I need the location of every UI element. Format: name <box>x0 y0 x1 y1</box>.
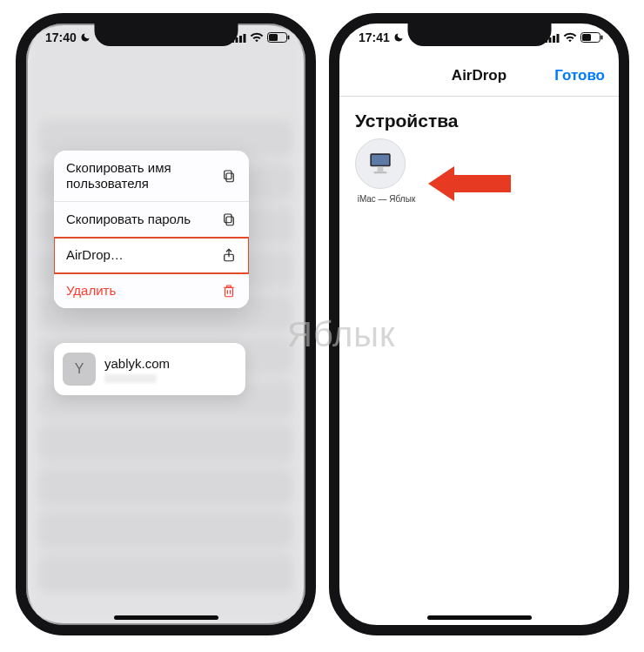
battery-icon <box>267 32 290 43</box>
svg-rect-9 <box>226 217 233 225</box>
notch <box>407 22 551 46</box>
password-preview-card[interactable]: Y yablyk.com <box>54 343 245 395</box>
svg-rect-5 <box>269 34 278 41</box>
nav-title: AirDrop <box>452 67 506 84</box>
annotation-arrow-icon <box>428 161 511 206</box>
svg-rect-10 <box>225 214 231 223</box>
svg-rect-6 <box>288 36 290 40</box>
menu-copy-password[interactable]: Скопировать пароль <box>54 202 249 238</box>
section-header-devices: Устройства <box>339 97 619 138</box>
svg-rect-23 <box>374 171 387 173</box>
status-time: 17:41 <box>359 30 390 44</box>
svg-rect-12 <box>225 287 233 297</box>
svg-rect-19 <box>601 36 603 40</box>
svg-rect-15 <box>553 36 555 43</box>
battery-icon <box>580 32 603 43</box>
notch <box>94 22 238 46</box>
svg-marker-24 <box>428 166 511 201</box>
do-not-disturb-icon <box>80 32 91 43</box>
context-menu: Скопировать имя пользователя Скопировать… <box>54 151 249 308</box>
site-title: yablyk.com <box>104 356 170 371</box>
screen: Скопировать имя пользователя Скопировать… <box>26 24 305 625</box>
status-time: 17:40 <box>45 30 77 44</box>
svg-rect-2 <box>239 36 242 43</box>
menu-delete[interactable]: Удалить <box>54 273 249 308</box>
svg-rect-22 <box>378 166 384 171</box>
site-favicon: Y <box>63 353 96 386</box>
svg-rect-7 <box>226 173 233 182</box>
svg-rect-3 <box>244 34 246 43</box>
home-indicator[interactable] <box>114 615 218 620</box>
device-label: iMac — Яблык <box>355 194 418 205</box>
menu-item-label: Удалить <box>66 283 221 299</box>
phone-frame-left: 17:40 <box>16 13 316 635</box>
menu-item-label: Скопировать имя пользователя <box>66 160 221 192</box>
wifi-icon <box>250 32 264 43</box>
svg-rect-8 <box>225 171 231 179</box>
menu-copy-username[interactable]: Скопировать имя пользователя <box>54 151 249 202</box>
svg-rect-16 <box>557 34 560 43</box>
airdrop-device[interactable]: iMac — Яблык <box>355 138 418 205</box>
svg-rect-21 <box>372 155 389 165</box>
trash-icon <box>221 283 237 299</box>
wifi-icon <box>563 32 577 43</box>
nav-bar: AirDrop Готово <box>339 55 619 97</box>
svg-rect-1 <box>236 37 238 43</box>
menu-airdrop[interactable]: AirDrop… <box>54 238 249 273</box>
svg-rect-18 <box>582 34 591 41</box>
svg-rect-14 <box>549 37 552 43</box>
copy-icon <box>221 168 237 184</box>
menu-item-label: Скопировать пароль <box>66 212 221 227</box>
home-indicator[interactable] <box>427 615 532 620</box>
copy-icon <box>221 212 237 227</box>
share-icon <box>221 247 237 263</box>
do-not-disturb-icon <box>393 32 404 43</box>
done-button[interactable]: Готово <box>554 67 605 84</box>
watermark-text: Яблык <box>287 315 396 354</box>
menu-item-label: AirDrop… <box>66 247 221 263</box>
site-subtitle-redacted <box>104 374 157 383</box>
device-avatar <box>355 138 406 189</box>
